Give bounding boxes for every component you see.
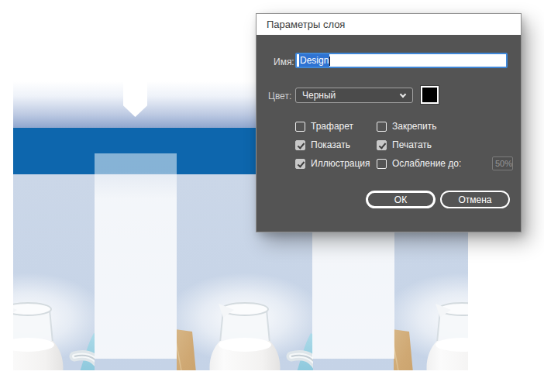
- color-label: Цвет:: [268, 88, 291, 104]
- dim-percentage-input[interactable]: 50%: [492, 156, 513, 170]
- application-workspace: Параметры слоя Имя: Design Цвет: Черный …: [0, 0, 544, 392]
- milk-jug-photo-left: [13, 270, 95, 370]
- checkbox-icon: [377, 159, 387, 169]
- selected-text: Design: [299, 54, 329, 67]
- checkbox-icon: [295, 159, 305, 169]
- layer-options-dialog: Параметры слоя Имя: Design Цвет: Черный …: [256, 13, 522, 232]
- dialog-titlebar[interactable]: Параметры слоя: [257, 14, 521, 35]
- checkbox-print[interactable]: Печатать: [377, 139, 432, 150]
- chevron-down-icon: [400, 91, 406, 98]
- dialog-title: Параметры слоя: [267, 19, 345, 30]
- layer-color-dropdown[interactable]: Черный: [295, 88, 413, 103]
- milk-jug-photo-middle: [177, 270, 313, 370]
- checkbox-lock[interactable]: Закрепить: [377, 121, 436, 132]
- checkbox-show[interactable]: Показать: [295, 139, 350, 150]
- milk-jug-photo-right: [394, 270, 468, 370]
- checkbox-icon: [377, 122, 387, 132]
- color-swatch[interactable]: [421, 86, 439, 104]
- ok-button[interactable]: ОК: [366, 191, 436, 208]
- checkbox-icon: [295, 122, 305, 132]
- checkbox-icon: [295, 140, 305, 150]
- layer-name-input[interactable]: Design: [295, 53, 508, 68]
- checkbox-preview[interactable]: Иллюстрация: [295, 158, 370, 169]
- translucent-panel-left: [95, 153, 177, 359]
- checkbox-dim-images[interactable]: Ослабление до:: [377, 158, 461, 169]
- checkbox-template[interactable]: Трафарет: [295, 121, 353, 132]
- layer-color-value: Черный: [302, 90, 336, 101]
- name-label: Имя:: [274, 54, 294, 70]
- cancel-button[interactable]: Отмена: [440, 191, 510, 208]
- text-caret: [329, 57, 330, 66]
- checkbox-icon: [377, 140, 387, 150]
